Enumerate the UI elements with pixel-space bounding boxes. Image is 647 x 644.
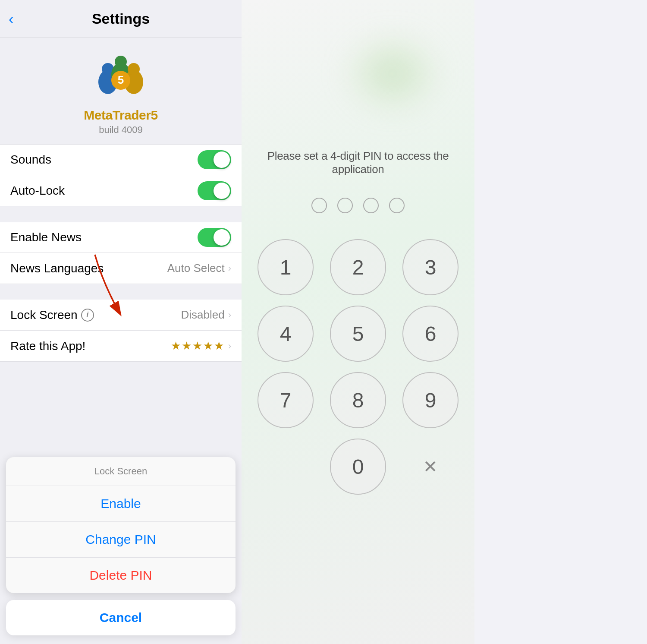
separator-1 [0, 206, 242, 222]
pin-dots [311, 198, 405, 213]
info-icon: i [81, 309, 94, 322]
action-sheet: Lock Screen Enable Change PIN Delete PIN [6, 457, 236, 593]
enable-action[interactable]: Enable [6, 486, 236, 522]
stars-icon: ★★★★★ [171, 339, 225, 353]
news-languages-row[interactable]: News Languages Auto Select › [0, 253, 242, 284]
app-logo-section: 5 MetaTrader5 build 4009 [0, 38, 242, 144]
lock-screen-row[interactable]: Lock Screen i Disabled › [0, 300, 242, 331]
chevron-icon: › [228, 341, 231, 352]
enable-news-label: Enable News [10, 230, 82, 244]
rate-app-value: ★★★★★ › [171, 339, 231, 353]
pin-dot-2 [337, 198, 353, 213]
pin-prompt: Please set a 4-digit PIN to access the a… [242, 149, 474, 176]
separator-2 [0, 284, 242, 300]
news-languages-label: News Languages [10, 262, 104, 275]
sounds-row: Sounds [0, 144, 242, 175]
svg-point-5 [128, 63, 140, 75]
numpad-1[interactable]: 1 [258, 239, 314, 295]
back-button[interactable]: ‹ [9, 10, 13, 27]
navigation-bar: ‹ Settings [0, 0, 242, 38]
section-lock: Lock Screen i Disabled › Rate this App! … [0, 300, 242, 362]
lock-screen-label-group: Lock Screen i [10, 308, 94, 322]
lock-screen-value: Disabled › [181, 308, 232, 322]
sounds-toggle[interactable] [198, 150, 231, 169]
svg-text:5: 5 [118, 73, 124, 86]
settings-panel: ‹ Settings 5 MetaTrader5 build 4009 [0, 0, 242, 644]
enable-news-toggle[interactable] [198, 228, 231, 247]
pin-dot-1 [311, 198, 327, 213]
build-info: build 4009 [99, 124, 143, 136]
app-logo: 5 [95, 51, 147, 103]
numpad-9[interactable]: 9 [402, 372, 459, 428]
numpad-3[interactable]: 3 [402, 239, 459, 295]
svg-point-3 [115, 56, 127, 68]
numpad-2[interactable]: 2 [330, 239, 386, 295]
news-languages-value: Auto Select › [167, 262, 231, 275]
change-pin-action[interactable]: Change PIN [6, 522, 236, 558]
separator-3 [0, 362, 242, 377]
numpad-delete[interactable]: ✕ [402, 439, 459, 495]
autolock-row: Auto-Lock [0, 175, 242, 206]
rate-app-label: Rate this App! [10, 339, 85, 353]
page-title: Settings [92, 10, 150, 27]
rate-app-row[interactable]: Rate this App! ★★★★★ › [0, 331, 242, 362]
numpad: 1 2 3 4 5 6 7 8 9 0 ✕ [254, 239, 462, 495]
numpad-7[interactable]: 7 [258, 372, 314, 428]
numpad-8[interactable]: 8 [330, 372, 386, 428]
chevron-icon: › [228, 309, 231, 321]
chevron-icon: › [228, 263, 231, 274]
numpad-5[interactable]: 5 [330, 306, 386, 362]
delete-pin-action[interactable]: Delete PIN [6, 558, 236, 593]
numpad-4[interactable]: 4 [258, 306, 314, 362]
app-name: MetaTrader5 [84, 108, 157, 123]
sounds-label: Sounds [10, 153, 51, 167]
cancel-button[interactable]: Cancel [6, 600, 236, 635]
numpad-empty [258, 439, 314, 495]
autolock-label: Auto-Lock [10, 184, 65, 198]
pin-dot-3 [363, 198, 379, 213]
enable-news-row: Enable News [0, 222, 242, 253]
lock-screen-label: Lock Screen [10, 308, 78, 322]
blur-decoration [345, 35, 440, 112]
autolock-toggle[interactable] [198, 181, 231, 200]
section-news: Enable News News Languages Auto Select › [0, 222, 242, 284]
section-sounds: Sounds Auto-Lock [0, 144, 242, 206]
action-sheet-title: Lock Screen [6, 457, 236, 486]
pin-entry-panel: Please set a 4-digit PIN to access the a… [242, 0, 474, 644]
numpad-6[interactable]: 6 [402, 306, 459, 362]
action-sheet-container: Lock Screen Enable Change PIN Delete PIN… [0, 457, 242, 644]
numpad-0[interactable]: 0 [330, 439, 386, 495]
pin-dot-4 [389, 198, 405, 213]
